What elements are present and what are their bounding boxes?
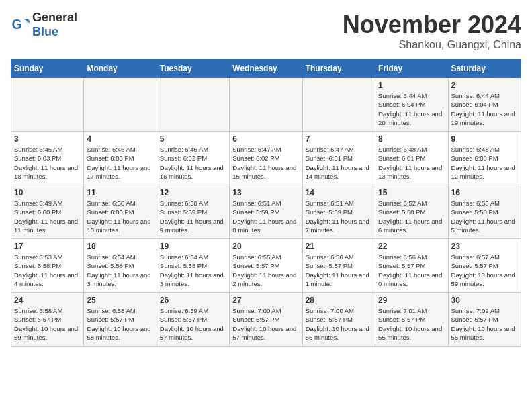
day-info: Sunrise: 7:01 AM Sunset: 5:57 PM Dayligh…: [378, 306, 445, 342]
svg-text:G: G: [11, 17, 21, 32]
day-number: 27: [232, 295, 299, 305]
weekday-header-thursday: Thursday: [302, 60, 375, 78]
day-info: Sunrise: 6:58 AM Sunset: 5:57 PM Dayligh…: [14, 306, 81, 342]
day-info: Sunrise: 7:00 AM Sunset: 5:57 PM Dayligh…: [232, 306, 299, 342]
day-number: 24: [14, 295, 81, 305]
day-number: 17: [14, 242, 81, 251]
logo-text: General Blue: [32, 11, 77, 39]
calendar-cell: [230, 78, 302, 132]
day-info: Sunrise: 6:50 AM Sunset: 5:59 PM Dayligh…: [160, 199, 226, 234]
calendar-cell: 2Sunrise: 6:44 AM Sunset: 6:04 PM Daylig…: [448, 78, 521, 132]
calendar-cell: 28Sunrise: 7:00 AM Sunset: 5:57 PM Dayli…: [302, 293, 375, 347]
week-row-4: 17Sunrise: 6:53 AM Sunset: 5:58 PM Dayli…: [11, 239, 521, 293]
header: G General Blue November 2024 Shankou, Gu…: [11, 11, 521, 51]
day-info: Sunrise: 7:02 AM Sunset: 5:57 PM Dayligh…: [451, 306, 518, 342]
calendar-cell: 9Sunrise: 6:48 AM Sunset: 6:00 PM Daylig…: [448, 132, 521, 185]
day-info: Sunrise: 6:49 AM Sunset: 6:00 PM Dayligh…: [14, 199, 81, 234]
day-number: 20: [232, 242, 299, 251]
weekday-header-sunday: Sunday: [11, 60, 84, 78]
day-info: Sunrise: 6:46 AM Sunset: 6:03 PM Dayligh…: [87, 145, 153, 181]
day-info: Sunrise: 6:52 AM Sunset: 5:58 PM Dayligh…: [378, 199, 445, 234]
day-number: 10: [14, 188, 81, 197]
day-info: Sunrise: 6:59 AM Sunset: 5:57 PM Dayligh…: [160, 306, 226, 342]
day-number: 28: [306, 295, 372, 305]
day-info: Sunrise: 6:50 AM Sunset: 6:00 PM Dayligh…: [87, 199, 153, 234]
calendar-cell: 10Sunrise: 6:49 AM Sunset: 6:00 PM Dayli…: [11, 185, 84, 239]
day-number: 30: [451, 295, 518, 305]
week-row-2: 3Sunrise: 6:45 AM Sunset: 6:03 PM Daylig…: [11, 132, 521, 185]
day-number: 26: [160, 295, 226, 305]
day-number: 16: [451, 188, 518, 197]
day-info: Sunrise: 6:55 AM Sunset: 5:57 PM Dayligh…: [232, 253, 299, 288]
calendar-cell: 21Sunrise: 6:56 AM Sunset: 5:57 PM Dayli…: [302, 239, 375, 293]
day-number: 7: [306, 134, 372, 144]
day-number: 11: [87, 188, 153, 197]
calendar-cell: 13Sunrise: 6:51 AM Sunset: 5:59 PM Dayli…: [230, 185, 302, 239]
logo-icon: G: [11, 15, 30, 34]
location-title: Shankou, Guangxi, China: [343, 39, 521, 51]
day-info: Sunrise: 6:54 AM Sunset: 5:58 PM Dayligh…: [160, 253, 226, 288]
day-number: 1: [378, 81, 445, 90]
week-row-5: 24Sunrise: 6:58 AM Sunset: 5:57 PM Dayli…: [11, 293, 521, 347]
day-number: 23: [451, 242, 518, 251]
week-row-1: 1Sunrise: 6:44 AM Sunset: 6:04 PM Daylig…: [11, 78, 521, 132]
calendar-cell: 6Sunrise: 6:47 AM Sunset: 6:02 PM Daylig…: [230, 132, 302, 185]
calendar-cell: 25Sunrise: 6:58 AM Sunset: 5:57 PM Dayli…: [84, 293, 157, 347]
day-number: 5: [160, 134, 226, 144]
weekday-header-tuesday: Tuesday: [157, 60, 229, 78]
day-info: Sunrise: 6:48 AM Sunset: 6:01 PM Dayligh…: [378, 145, 445, 181]
calendar: SundayMondayTuesdayWednesdayThursdayFrid…: [11, 59, 521, 347]
day-number: 6: [232, 134, 299, 144]
calendar-header: SundayMondayTuesdayWednesdayThursdayFrid…: [11, 60, 521, 78]
day-info: Sunrise: 6:48 AM Sunset: 6:00 PM Dayligh…: [451, 145, 518, 181]
day-number: 9: [451, 134, 518, 144]
day-number: 15: [378, 188, 445, 197]
calendar-cell: 19Sunrise: 6:54 AM Sunset: 5:58 PM Dayli…: [157, 239, 229, 293]
calendar-cell: 15Sunrise: 6:52 AM Sunset: 5:58 PM Dayli…: [375, 185, 448, 239]
calendar-cell: 17Sunrise: 6:53 AM Sunset: 5:58 PM Dayli…: [11, 239, 84, 293]
weekday-row: SundayMondayTuesdayWednesdayThursdayFrid…: [11, 60, 521, 78]
calendar-cell: 18Sunrise: 6:54 AM Sunset: 5:58 PM Dayli…: [84, 239, 157, 293]
day-number: 13: [232, 188, 299, 197]
day-info: Sunrise: 6:47 AM Sunset: 6:01 PM Dayligh…: [306, 145, 372, 181]
calendar-cell: 16Sunrise: 6:53 AM Sunset: 5:58 PM Dayli…: [448, 185, 521, 239]
day-number: 22: [378, 242, 445, 251]
day-info: Sunrise: 6:53 AM Sunset: 5:58 PM Dayligh…: [14, 253, 81, 288]
calendar-body: 1Sunrise: 6:44 AM Sunset: 6:04 PM Daylig…: [11, 78, 521, 347]
day-number: 18: [87, 242, 153, 251]
logo-general: General: [32, 11, 77, 24]
week-row-3: 10Sunrise: 6:49 AM Sunset: 6:00 PM Dayli…: [11, 185, 521, 239]
day-number: 4: [87, 134, 153, 144]
calendar-cell: 24Sunrise: 6:58 AM Sunset: 5:57 PM Dayli…: [11, 293, 84, 347]
calendar-cell: 3Sunrise: 6:45 AM Sunset: 6:03 PM Daylig…: [11, 132, 84, 185]
calendar-cell: [11, 78, 84, 132]
calendar-cell: 8Sunrise: 6:48 AM Sunset: 6:01 PM Daylig…: [375, 132, 448, 185]
day-number: 8: [378, 134, 445, 144]
logo-blue: Blue: [32, 25, 58, 38]
weekday-header-saturday: Saturday: [448, 60, 521, 78]
day-info: Sunrise: 6:44 AM Sunset: 6:04 PM Dayligh…: [378, 91, 445, 127]
day-info: Sunrise: 6:46 AM Sunset: 6:02 PM Dayligh…: [160, 145, 226, 181]
day-info: Sunrise: 6:56 AM Sunset: 5:57 PM Dayligh…: [306, 253, 372, 288]
calendar-cell: 22Sunrise: 6:56 AM Sunset: 5:57 PM Dayli…: [375, 239, 448, 293]
day-info: Sunrise: 6:53 AM Sunset: 5:58 PM Dayligh…: [451, 199, 518, 234]
day-info: Sunrise: 6:51 AM Sunset: 5:59 PM Dayligh…: [232, 199, 299, 234]
day-number: 14: [306, 188, 372, 197]
calendar-cell: 7Sunrise: 6:47 AM Sunset: 6:01 PM Daylig…: [302, 132, 375, 185]
day-number: 2: [451, 81, 518, 90]
day-number: 12: [160, 188, 226, 197]
day-info: Sunrise: 6:44 AM Sunset: 6:04 PM Dayligh…: [451, 91, 518, 127]
day-number: 25: [87, 295, 153, 305]
calendar-cell: 11Sunrise: 6:50 AM Sunset: 6:00 PM Dayli…: [84, 185, 157, 239]
day-number: 21: [306, 242, 372, 251]
day-info: Sunrise: 6:51 AM Sunset: 5:59 PM Dayligh…: [306, 199, 372, 234]
title-area: November 2024 Shankou, Guangxi, China: [343, 11, 521, 51]
calendar-cell: 20Sunrise: 6:55 AM Sunset: 5:57 PM Dayli…: [230, 239, 302, 293]
calendar-cell: 14Sunrise: 6:51 AM Sunset: 5:59 PM Dayli…: [302, 185, 375, 239]
calendar-cell: 23Sunrise: 6:57 AM Sunset: 5:57 PM Dayli…: [448, 239, 521, 293]
weekday-header-friday: Friday: [375, 60, 448, 78]
day-info: Sunrise: 6:58 AM Sunset: 5:57 PM Dayligh…: [87, 306, 153, 342]
month-title: November 2024: [343, 11, 521, 39]
calendar-cell: 27Sunrise: 7:00 AM Sunset: 5:57 PM Dayli…: [230, 293, 302, 347]
day-info: Sunrise: 6:56 AM Sunset: 5:57 PM Dayligh…: [378, 253, 445, 288]
